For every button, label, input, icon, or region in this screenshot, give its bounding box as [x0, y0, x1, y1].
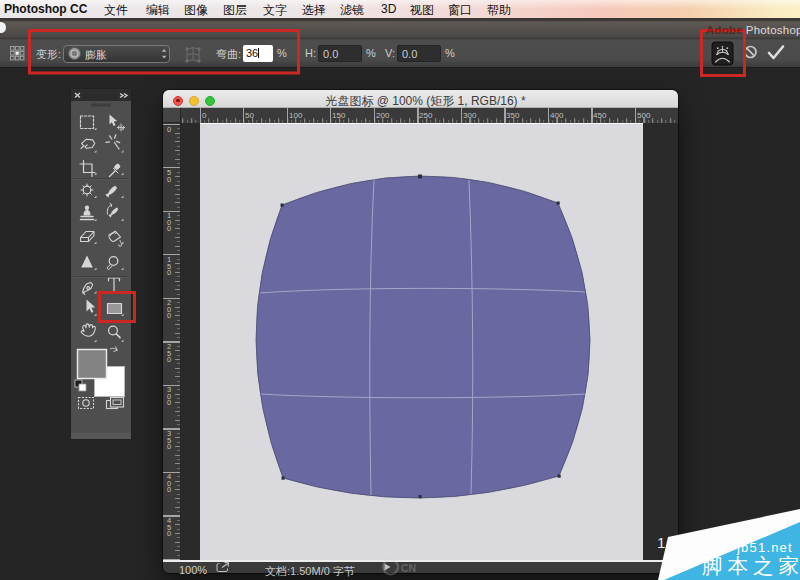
svg-text:1: 1: [657, 534, 665, 551]
svg-text:脚本之家: 脚本之家: [702, 554, 800, 577]
svg-text:jb51.net: jb51.net: [736, 540, 793, 555]
svg-text:CN: CN: [401, 562, 416, 574]
svg-text:AdobePhotoshop: AdobePhotoshop: [706, 24, 800, 36]
